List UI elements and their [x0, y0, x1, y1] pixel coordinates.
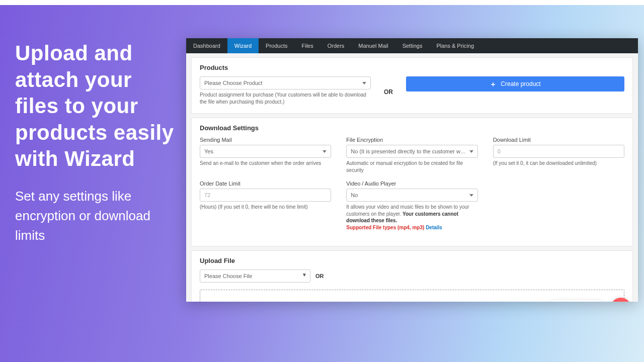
choose-file-placeholder: Please Choose File	[204, 273, 252, 279]
chat-fab-button[interactable]	[611, 298, 631, 302]
order-date-limit-help: (Hours) (If you set it 0, there will be …	[200, 204, 331, 211]
tab-wizard[interactable]: Wizard	[227, 38, 259, 53]
chevron-down-icon	[469, 150, 473, 153]
products-or-separator: OR	[384, 86, 393, 96]
promo-subline: Set any settings like encryption or down…	[15, 187, 181, 245]
download-settings-heading: Download Settings	[200, 124, 624, 132]
download-settings-panel: Download Settings Sending Mail Yes Send …	[191, 118, 633, 246]
create-product-button[interactable]: ＋ Create product	[406, 76, 624, 92]
order-date-limit-input[interactable]: 72	[200, 189, 331, 202]
order-date-limit-label: Order Date Limit	[200, 180, 331, 187]
choose-product-select[interactable]: Please Choose Product	[200, 76, 371, 89]
sending-mail-select[interactable]: Yes	[200, 145, 331, 158]
video-audio-label: Video / Audio Player	[346, 180, 477, 187]
app-window: Dashboard Wizard Products Files Orders M…	[186, 38, 638, 302]
tab-plans-pricing[interactable]: Plans & Pricing	[429, 38, 481, 53]
tab-orders[interactable]: Orders	[320, 38, 352, 53]
chevron-down-icon	[323, 150, 327, 153]
file-encryption-select[interactable]: No (It is presented directly to the cust…	[346, 145, 477, 158]
promo-headline: Upload and attach your files to your pro…	[15, 40, 181, 172]
top-white-strip	[0, 0, 644, 5]
download-limit-help: (If you set it 0, it can be downloaded u…	[493, 160, 624, 167]
chat-bubble[interactable]: Chat with us 👋	[548, 300, 606, 302]
tab-settings[interactable]: Settings	[395, 38, 430, 53]
sending-mail-value: Yes	[204, 148, 213, 154]
download-limit-input[interactable]: 0	[493, 145, 624, 158]
order-date-limit-value: 72	[204, 192, 210, 198]
sending-mail-label: Sending Mail	[200, 137, 331, 143]
upload-file-panel: Upload File Please Choose File ▼ OR (To …	[191, 250, 633, 302]
tab-dashboard[interactable]: Dashboard	[186, 38, 227, 53]
products-heading: Products	[200, 64, 624, 71]
create-product-label: Create product	[501, 80, 540, 87]
choose-file-select[interactable]: Please Choose File ▼	[200, 269, 310, 283]
video-audio-supported: Supported File types (mp4, mp3)	[346, 225, 424, 230]
chat-widget: Chat with us 👋	[548, 298, 631, 302]
video-audio-select[interactable]: No	[346, 189, 477, 202]
upload-file-heading: Upload File	[200, 257, 624, 264]
file-encryption-value: No (It is presented directly to the cust…	[351, 148, 466, 154]
choose-product-placeholder: Please Choose Product	[204, 80, 263, 86]
tab-files[interactable]: Files	[294, 38, 320, 53]
chevron-down-icon	[362, 82, 366, 84]
upload-or-separator: OR	[315, 273, 324, 279]
video-audio-help: It allows your video and music files to …	[346, 204, 477, 231]
sending-mail-help: Send an e-mail to the customer when the …	[200, 160, 331, 167]
main-navbar: Dashboard Wizard Products Files Orders M…	[186, 38, 638, 53]
file-encryption-label: File Encryption	[346, 137, 477, 143]
chevron-down-icon	[469, 194, 473, 197]
promo-copy: Upload and attach your files to your pro…	[15, 40, 181, 245]
choose-product-help: Product assignment for purchase (Your cu…	[200, 92, 371, 105]
video-audio-value: No	[351, 192, 358, 198]
video-audio-details-link[interactable]: Details	[426, 225, 442, 230]
tab-manuel-mail[interactable]: Manuel Mail	[351, 38, 395, 53]
chevron-down-icon: ▼	[302, 272, 307, 278]
plus-icon: ＋	[490, 80, 497, 87]
download-limit-value: 0	[498, 148, 501, 154]
products-panel: Products Please Choose Product Product a…	[191, 57, 633, 114]
download-limit-label: Download Limit	[493, 137, 624, 143]
tab-products[interactable]: Products	[259, 38, 294, 53]
file-encryption-help: Automatic or manual encryption to be cre…	[346, 160, 477, 173]
